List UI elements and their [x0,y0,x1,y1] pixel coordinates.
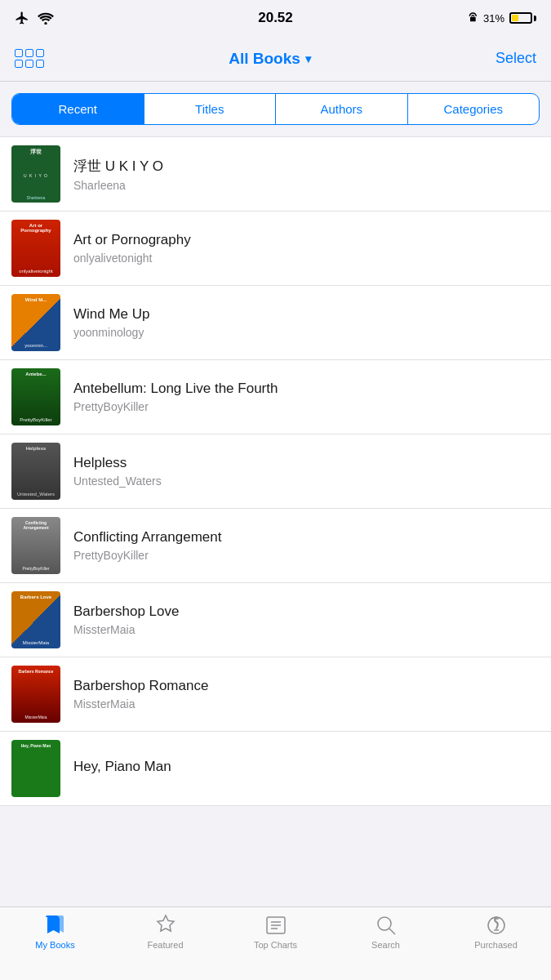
book-author: Untested_Waters [73,474,540,488]
book-cover: Barbers Romance MissterMaia [11,666,60,723]
grid-view-button[interactable] [15,49,44,68]
tab-purchased[interactable]: Purchased [441,914,551,950]
svg-point-7 [488,917,504,933]
status-bar: 20.52 31% [0,0,551,36]
bottom-tab-bar: My Books Featured Top Charts Search [0,906,551,980]
tab-top-charts[interactable]: Top Charts [220,914,331,950]
tab-authors[interactable]: Authors [276,94,408,124]
list-item[interactable]: Hey, Piano Man Hey, Piano Man [0,732,551,806]
search-icon [375,914,398,937]
list-item[interactable]: Barbers Romance MissterMaia Barbershop R… [0,657,551,732]
book-author: MissterMaia [73,697,540,710]
list-item[interactable]: Barbers Love MissterMaia Barbershop Love… [0,583,551,657]
tab-search-label: Search [371,940,400,950]
nav-bar: All Books ▾ Select [0,36,551,82]
book-title: Barbershop Romance [73,678,540,694]
book-info: Barbershop Romance MissterMaia [73,678,540,710]
wifi-icon [38,11,54,24]
book-cover: Antebe... PrettyBoyKiller [11,368,60,425]
list-item[interactable]: Antebe... PrettyBoyKiller Antebellum: Lo… [0,360,551,434]
tab-featured-label: Featured [147,940,183,950]
book-author: PrettyBoyKiller [73,549,540,562]
list-item[interactable]: 浮世 U K I Y O Sharleena 浮世 U K I Y O Shar… [0,136,551,212]
list-item[interactable]: Wind M... yoonmin... Wind Me Up yoonmino… [0,286,551,360]
status-right-icons: 31% [465,11,536,24]
nav-title-label: All Books [229,50,300,68]
book-info: Hey, Piano Man [73,759,540,778]
book-title: 浮世 U K I Y O [73,157,540,176]
book-author: onlyalivetonight [73,252,540,265]
book-author: yoonminology [73,326,540,339]
top-charts-icon [264,914,287,937]
tab-categories[interactable]: Categories [408,94,540,124]
battery-percent: 31% [483,12,504,24]
tab-recent[interactable]: Recent [12,94,144,124]
filter-tabs: Recent Titles Authors Categories [11,93,540,125]
book-title: Hey, Piano Man [73,759,540,775]
book-title: Wind Me Up [73,306,540,323]
my-books-icon [43,914,68,937]
book-author: MissterMaia [73,623,540,636]
list-item[interactable]: Helpless Untested_Waters Helpless Untest… [0,434,551,509]
book-info: Art or Pornography onlyalivetonight [73,232,540,265]
purchased-icon [485,914,508,937]
book-info: 浮世 U K I Y O Sharleena [73,157,540,192]
book-info: Antebellum: Long Live the Fourth PrettyB… [73,381,540,413]
svg-point-5 [378,917,391,930]
book-author: PrettyBoyKiller [73,400,540,413]
tab-my-books[interactable]: My Books [0,914,110,950]
book-list: 浮世 U K I Y O Sharleena 浮世 U K I Y O Shar… [0,136,551,806]
book-title: Antebellum: Long Live the Fourth [73,381,540,397]
book-info: Barbershop Love MissterMaia [73,604,540,636]
featured-icon [154,914,177,937]
book-cover: Conflicting Arrangement PrettyBoyKiller [11,517,60,574]
status-time: 20.52 [258,10,293,26]
tab-titles[interactable]: Titles [144,94,277,124]
book-cover: Hey, Piano Man [11,740,60,797]
book-cover: Wind M... yoonmin... [11,294,60,351]
battery-icon [509,12,536,24]
all-books-dropdown[interactable]: All Books ▾ [229,50,311,68]
tab-top-charts-label: Top Charts [254,940,297,950]
book-cover: 浮世 U K I Y O Sharleena [11,145,60,203]
status-left-icons [15,11,54,25]
tab-purchased-label: Purchased [474,940,518,950]
tab-search[interactable]: Search [331,914,441,950]
airplane-icon [15,11,29,25]
book-title: Barbershop Love [73,604,540,620]
book-title: Conflicting Arrangement [73,529,540,546]
book-cover: Barbers Love MissterMaia [11,591,60,648]
book-info: Conflicting Arrangement PrettyBoyKiller [73,529,540,562]
book-info: Helpless Untested_Waters [73,455,540,488]
list-item[interactable]: Art or Pornography onlyalivetonight Art … [0,212,551,286]
svg-line-6 [389,929,395,934]
list-item[interactable]: Conflicting Arrangement PrettyBoyKiller … [0,509,551,583]
book-cover: Art or Pornography onlyalivetonight [11,220,60,277]
book-title: Art or Pornography [73,232,540,248]
select-button[interactable]: Select [495,50,536,67]
book-info: Wind Me Up yoonminology [73,306,540,339]
chevron-down-icon: ▾ [305,52,311,65]
book-author: Sharleena [73,179,540,192]
book-cover: Helpless Untested_Waters [11,443,60,500]
svg-point-0 [44,22,47,24]
tab-featured[interactable]: Featured [110,914,220,950]
book-title: Helpless [73,455,540,471]
rotation-lock-icon [465,11,478,24]
tab-my-books-label: My Books [35,940,74,950]
